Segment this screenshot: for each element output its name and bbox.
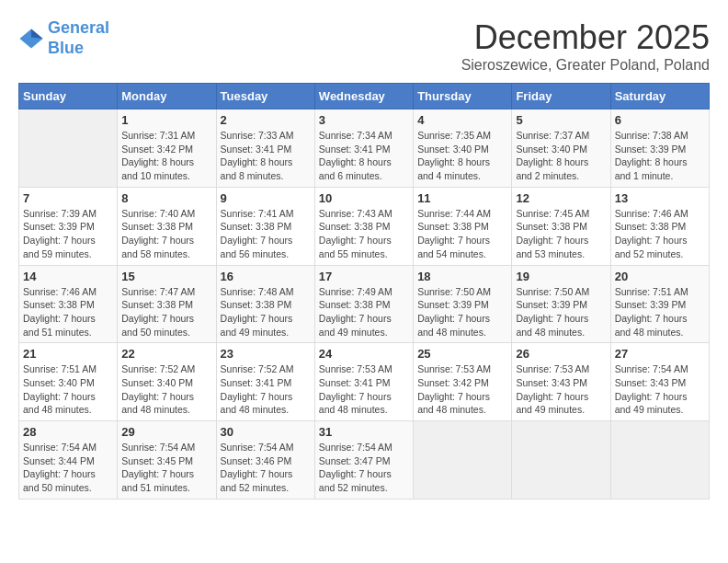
day-number: 17	[319, 270, 409, 283]
header-day-thursday: Thursday	[414, 84, 512, 109]
day-info: Sunrise: 7:51 AM Sunset: 3:40 PM Dayligh…	[23, 362, 113, 417]
day-info: Sunrise: 7:48 AM Sunset: 3:38 PM Dayligh…	[221, 285, 311, 339]
day-info: Sunrise: 7:46 AM Sunset: 3:38 PM Dayligh…	[23, 285, 113, 339]
day-number: 2	[221, 113, 311, 127]
day-number: 5	[516, 113, 606, 127]
day-info: Sunrise: 7:44 AM Sunset: 3:38 PM Dayligh…	[417, 207, 507, 261]
day-info: Sunrise: 7:37 AM Sunset: 3:40 PM Dayligh…	[516, 129, 606, 183]
calendar-cell: 2Sunrise: 7:33 AM Sunset: 3:41 PM Daylig…	[216, 109, 314, 188]
calendar-week-row: 21Sunrise: 7:51 AM Sunset: 3:40 PM Dayli…	[19, 343, 710, 421]
day-number: 4	[417, 113, 507, 127]
calendar-cell	[512, 421, 610, 500]
calendar-cell: 4Sunrise: 7:35 AM Sunset: 3:40 PM Daylig…	[414, 109, 512, 188]
calendar-cell: 24Sunrise: 7:53 AM Sunset: 3:41 PM Dayli…	[314, 343, 413, 421]
calendar-cell: 8Sunrise: 7:40 AM Sunset: 3:38 PM Daylig…	[118, 187, 216, 265]
day-number: 31	[319, 425, 409, 439]
day-info: Sunrise: 7:34 AM Sunset: 3:41 PM Dayligh…	[319, 129, 409, 183]
header-day-sunday: Sunday	[19, 84, 118, 109]
day-info: Sunrise: 7:54 AM Sunset: 3:45 PM Dayligh…	[121, 441, 211, 495]
day-number: 21	[23, 347, 113, 361]
day-number: 18	[417, 270, 507, 283]
day-info: Sunrise: 7:46 AM Sunset: 3:38 PM Dayligh…	[615, 207, 705, 261]
header-day-tuesday: Tuesday	[216, 84, 314, 109]
day-number: 9	[221, 191, 311, 205]
day-info: Sunrise: 7:53 AM Sunset: 3:43 PM Dayligh…	[516, 362, 606, 417]
header-day-wednesday: Wednesday	[314, 84, 413, 109]
day-number: 30	[221, 425, 311, 439]
calendar-cell: 19Sunrise: 7:50 AM Sunset: 3:39 PM Dayli…	[512, 265, 610, 343]
day-number: 1	[121, 113, 211, 127]
calendar-cell	[19, 109, 118, 188]
logo-icon	[18, 26, 44, 52]
calendar-cell: 22Sunrise: 7:52 AM Sunset: 3:40 PM Dayli…	[118, 343, 216, 421]
calendar-cell: 20Sunrise: 7:51 AM Sunset: 3:39 PM Dayli…	[610, 265, 709, 343]
calendar-table: SundayMondayTuesdayWednesdayThursdayFrid…	[18, 83, 710, 500]
day-number: 26	[516, 347, 606, 361]
day-number: 15	[121, 270, 211, 283]
title-block: December 2025 Sieroszewice, Greater Pola…	[461, 18, 710, 74]
day-info: Sunrise: 7:33 AM Sunset: 3:41 PM Dayligh…	[221, 129, 311, 183]
day-info: Sunrise: 7:39 AM Sunset: 3:39 PM Dayligh…	[23, 207, 113, 261]
day-number: 3	[319, 113, 409, 127]
day-info: Sunrise: 7:52 AM Sunset: 3:40 PM Dayligh…	[121, 362, 211, 417]
calendar-cell: 31Sunrise: 7:54 AM Sunset: 3:47 PM Dayli…	[314, 421, 413, 500]
calendar-cell: 27Sunrise: 7:54 AM Sunset: 3:43 PM Dayli…	[610, 343, 709, 421]
calendar-cell: 18Sunrise: 7:50 AM Sunset: 3:39 PM Dayli…	[414, 265, 512, 343]
day-number: 29	[121, 425, 211, 439]
day-info: Sunrise: 7:40 AM Sunset: 3:38 PM Dayligh…	[121, 207, 211, 261]
day-number: 16	[221, 270, 311, 283]
day-info: Sunrise: 7:45 AM Sunset: 3:38 PM Dayligh…	[516, 207, 606, 261]
day-info: Sunrise: 7:38 AM Sunset: 3:39 PM Dayligh…	[615, 129, 705, 183]
calendar-cell: 28Sunrise: 7:54 AM Sunset: 3:44 PM Dayli…	[19, 421, 118, 500]
day-number: 19	[516, 270, 606, 283]
day-number: 22	[121, 347, 211, 361]
calendar-cell: 21Sunrise: 7:51 AM Sunset: 3:40 PM Dayli…	[19, 343, 118, 421]
day-info: Sunrise: 7:50 AM Sunset: 3:39 PM Dayligh…	[417, 285, 507, 339]
day-info: Sunrise: 7:54 AM Sunset: 3:46 PM Dayligh…	[221, 441, 311, 495]
day-info: Sunrise: 7:51 AM Sunset: 3:39 PM Dayligh…	[615, 285, 705, 339]
month-title: December 2025	[461, 18, 710, 57]
logo-text: General Blue	[48, 18, 109, 58]
day-info: Sunrise: 7:52 AM Sunset: 3:41 PM Dayligh…	[221, 362, 311, 417]
day-number: 13	[615, 191, 705, 205]
day-info: Sunrise: 7:31 AM Sunset: 3:42 PM Dayligh…	[121, 129, 211, 183]
calendar-week-row: 1Sunrise: 7:31 AM Sunset: 3:42 PM Daylig…	[19, 109, 710, 188]
calendar-cell: 7Sunrise: 7:39 AM Sunset: 3:39 PM Daylig…	[19, 187, 118, 265]
day-number: 10	[319, 191, 409, 205]
calendar-cell: 25Sunrise: 7:53 AM Sunset: 3:42 PM Dayli…	[414, 343, 512, 421]
day-info: Sunrise: 7:53 AM Sunset: 3:42 PM Dayligh…	[417, 362, 507, 417]
calendar-cell: 1Sunrise: 7:31 AM Sunset: 3:42 PM Daylig…	[118, 109, 216, 188]
calendar-week-row: 7Sunrise: 7:39 AM Sunset: 3:39 PM Daylig…	[19, 187, 710, 265]
calendar-cell: 13Sunrise: 7:46 AM Sunset: 3:38 PM Dayli…	[610, 187, 709, 265]
calendar-cell: 17Sunrise: 7:49 AM Sunset: 3:38 PM Dayli…	[314, 265, 413, 343]
header-day-monday: Monday	[118, 84, 216, 109]
day-info: Sunrise: 7:47 AM Sunset: 3:38 PM Dayligh…	[121, 285, 211, 339]
day-number: 23	[221, 347, 311, 361]
day-number: 14	[23, 270, 113, 283]
calendar-cell: 26Sunrise: 7:53 AM Sunset: 3:43 PM Dayli…	[512, 343, 610, 421]
calendar-week-row: 28Sunrise: 7:54 AM Sunset: 3:44 PM Dayli…	[19, 421, 710, 500]
calendar-cell: 16Sunrise: 7:48 AM Sunset: 3:38 PM Dayli…	[216, 265, 314, 343]
day-info: Sunrise: 7:41 AM Sunset: 3:38 PM Dayligh…	[221, 207, 311, 261]
calendar-cell: 30Sunrise: 7:54 AM Sunset: 3:46 PM Dayli…	[216, 421, 314, 500]
day-info: Sunrise: 7:54 AM Sunset: 3:44 PM Dayligh…	[23, 441, 113, 495]
calendar-header: SundayMondayTuesdayWednesdayThursdayFrid…	[19, 84, 710, 109]
logo: General Blue	[18, 18, 109, 58]
calendar-cell: 11Sunrise: 7:44 AM Sunset: 3:38 PM Dayli…	[414, 187, 512, 265]
day-number: 11	[417, 191, 507, 205]
calendar-cell: 3Sunrise: 7:34 AM Sunset: 3:41 PM Daylig…	[314, 109, 413, 188]
day-number: 25	[417, 347, 507, 361]
calendar-cell	[610, 421, 709, 500]
calendar-cell: 10Sunrise: 7:43 AM Sunset: 3:38 PM Dayli…	[314, 187, 413, 265]
day-number: 7	[23, 191, 113, 205]
calendar-cell: 6Sunrise: 7:38 AM Sunset: 3:39 PM Daylig…	[610, 109, 709, 188]
day-info: Sunrise: 7:43 AM Sunset: 3:38 PM Dayligh…	[319, 207, 409, 261]
day-number: 6	[615, 113, 705, 127]
day-number: 8	[121, 191, 211, 205]
calendar-week-row: 14Sunrise: 7:46 AM Sunset: 3:38 PM Dayli…	[19, 265, 710, 343]
svg-marker-1	[31, 29, 43, 39]
header-day-saturday: Saturday	[610, 84, 709, 109]
calendar-cell: 23Sunrise: 7:52 AM Sunset: 3:41 PM Dayli…	[216, 343, 314, 421]
day-number: 20	[615, 270, 705, 283]
day-info: Sunrise: 7:50 AM Sunset: 3:39 PM Dayligh…	[516, 285, 606, 339]
